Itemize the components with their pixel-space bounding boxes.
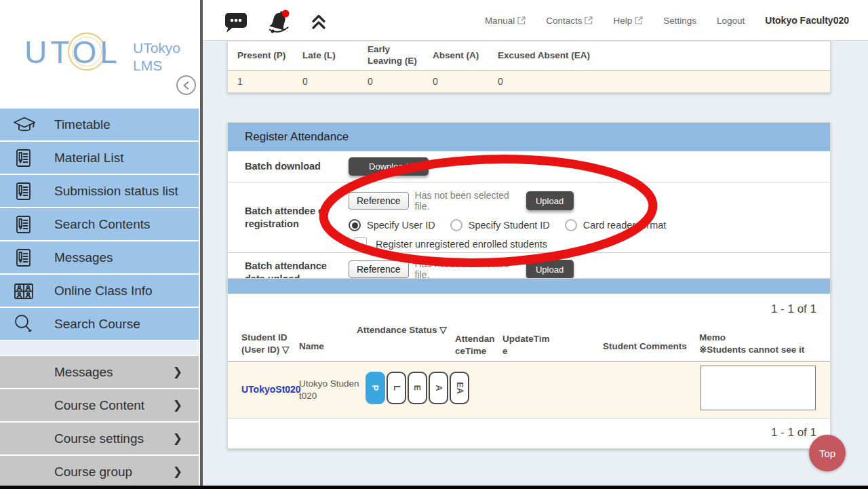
sidebar-item-label: Online Class Info xyxy=(54,283,153,298)
status-button-absent[interactable]: A xyxy=(429,372,448,404)
radio-card-reader-format[interactable] xyxy=(565,219,577,231)
contacts-link[interactable]: Contacts xyxy=(546,16,593,26)
viewport-bottom-edge xyxy=(0,486,868,489)
status-button-label: P xyxy=(371,385,380,391)
upload-button[interactable]: Upload xyxy=(526,260,574,279)
sidebar-item-label: Course group xyxy=(54,465,132,480)
sort-icon[interactable]: ▽ xyxy=(282,345,289,355)
status-button-present[interactable]: P xyxy=(366,372,385,404)
file-status-text: Has not been selected file. xyxy=(415,258,522,280)
summary-header-absent: Absent (A) xyxy=(423,41,488,70)
sidebar-item-timetable[interactable]: Timetable xyxy=(0,109,199,140)
student-id-link[interactable]: UTokyoSt020 xyxy=(241,384,301,395)
notifications-button[interactable] xyxy=(265,8,292,35)
external-link-icon xyxy=(517,16,526,24)
sidebar-item-search-course[interactable]: Search Course xyxy=(0,308,199,340)
sidebar-item-submission-status-list[interactable]: Submission status list xyxy=(0,175,199,207)
sidebar-item-messages[interactable]: Messages xyxy=(0,241,199,273)
sort-icon[interactable]: ▽ xyxy=(439,325,446,335)
summary-header-row: Present (P) Late (L) Early Leaving (E) A… xyxy=(228,41,830,71)
sidebar-item-course-group[interactable]: Course group ❯ xyxy=(0,456,199,488)
radio-label: Specify User ID xyxy=(367,220,435,231)
summary-value-present: 1 xyxy=(228,76,293,87)
memo-note: ※Students cannot see it xyxy=(699,344,825,356)
magnifier-icon xyxy=(12,313,38,336)
column-label: UpdateTime xyxy=(502,334,550,356)
sidebar-item-course-settings[interactable]: Course settings ❯ xyxy=(0,423,199,454)
main-area: Manual Contacts Help Settings Logout Uto… xyxy=(203,0,868,489)
contacts-label: Contacts xyxy=(546,16,582,26)
register-unregistered-checkbox[interactable] xyxy=(354,237,367,250)
file-status-text: Has not been selected file. xyxy=(415,190,522,212)
external-link-icon xyxy=(635,16,643,24)
column-name: Name xyxy=(299,340,324,353)
top-bar: Manual Contacts Help Settings Logout Uto… xyxy=(203,0,868,41)
summary-value-late: 0 xyxy=(293,76,358,87)
manual-link[interactable]: Manual xyxy=(485,16,526,26)
status-button-early-leaving[interactable]: E xyxy=(408,372,427,404)
sidebar-item-label: Timetable xyxy=(54,117,111,132)
column-attendance-status[interactable]: Attendance Status ▽ xyxy=(357,324,447,336)
sidebar-item-course-messages[interactable]: Messages ❯ xyxy=(0,356,199,388)
radio-specify-user-id[interactable] xyxy=(349,219,361,231)
notification-dot xyxy=(282,10,290,18)
external-link-icon xyxy=(585,16,593,24)
summary-header-present: Present (P) xyxy=(228,41,293,70)
pagination-bottom: 1 - 1 of 1 xyxy=(228,418,830,446)
status-button-label: A xyxy=(434,385,443,391)
sidebar-item-label: Search Contents xyxy=(54,217,151,232)
settings-link[interactable]: Settings xyxy=(663,16,696,26)
chevron-right-icon: ❯ xyxy=(173,365,182,379)
scroll-to-top-button[interactable]: Top xyxy=(809,435,846,471)
manual-label: Manual xyxy=(485,16,515,26)
sidebar-item-label: Search Course xyxy=(54,317,140,332)
lms-line1: UTokyo xyxy=(133,39,180,57)
clipboard-icon xyxy=(12,147,38,169)
reference-button[interactable]: Reference xyxy=(349,192,409,210)
column-attendance-time: AttendanceTime xyxy=(455,333,498,357)
help-link[interactable]: Help xyxy=(613,16,643,26)
summary-value-absent: 0 xyxy=(423,76,488,87)
status-button-label: EA xyxy=(455,382,465,393)
sidebar-collapse-button[interactable] xyxy=(176,75,196,95)
chat-bubble-icon xyxy=(223,9,249,34)
column-label: Attendance Status xyxy=(357,325,437,335)
logout-link[interactable]: Logout xyxy=(717,16,745,26)
radio-specify-student-id[interactable] xyxy=(450,219,462,231)
sidebar-gap xyxy=(0,341,199,355)
graduation-cap-icon xyxy=(12,115,38,135)
chat-button[interactable] xyxy=(223,9,249,34)
summary-header-early-leaving: Early Leaving (E) xyxy=(358,41,423,70)
utol-logo: UTOL xyxy=(24,34,121,71)
memo-input[interactable] xyxy=(701,366,816,410)
video-call-grid-icon xyxy=(12,281,38,301)
upload-button[interactable]: Upload xyxy=(526,191,574,210)
student-row: UTokyoSt020 Utokyo Student020 P L E A EA xyxy=(228,361,830,418)
attendance-summary-table: Present (P) Late (L) Early Leaving (E) A… xyxy=(227,41,831,93)
sidebar-item-online-class-info[interactable]: Online Class Info xyxy=(0,275,199,307)
attendance-list-section: 1 - 1 of 1 Student ID (User ID) ▽ Name A… xyxy=(227,278,831,449)
chevron-right-icon: ❯ xyxy=(173,398,182,412)
attendance-table-header: Student ID (User ID) ▽ Name Attendance S… xyxy=(228,323,830,361)
batch-download-label: Batch download xyxy=(228,151,349,182)
sidebar-item-search-contents[interactable]: Search Contents xyxy=(0,208,199,240)
status-button-excused-absent[interactable]: EA xyxy=(450,372,469,404)
collapse-header-button[interactable] xyxy=(309,12,329,32)
clipboard-icon xyxy=(12,214,38,235)
sidebar-item-course-content[interactable]: Course Content ❯ xyxy=(0,389,199,421)
column-label: Memo xyxy=(699,332,825,344)
sidebar-item-material-list[interactable]: Material List xyxy=(0,142,199,174)
pagination-top: 1 - 1 of 1 xyxy=(228,294,830,323)
double-chevron-up-icon xyxy=(309,12,329,32)
status-button-label: L xyxy=(391,385,401,391)
student-name: Utokyo Student020 xyxy=(299,378,360,402)
column-memo: Memo ※Students cannot see it xyxy=(699,332,825,356)
status-button-late[interactable]: L xyxy=(387,372,406,404)
column-update-time: UpdateTime xyxy=(502,333,550,357)
column-label: AttendanceTime xyxy=(455,334,495,356)
download-button[interactable]: Download xyxy=(349,157,429,176)
column-student-id[interactable]: Student ID (User ID) ▽ xyxy=(241,332,304,356)
utokyo-lms-label: UTokyo LMS xyxy=(133,39,180,75)
reference-button[interactable]: Reference xyxy=(349,260,409,278)
sidebar-item-label: Messages xyxy=(54,250,113,265)
